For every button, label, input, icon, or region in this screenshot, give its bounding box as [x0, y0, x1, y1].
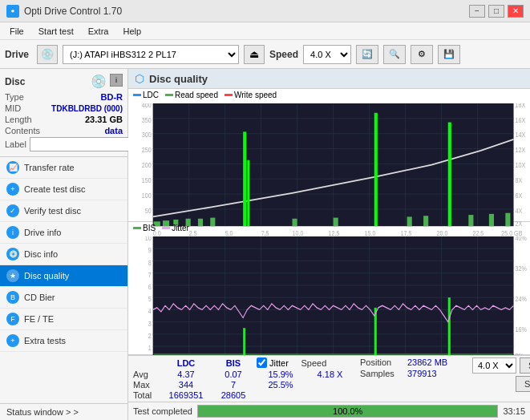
nav-label-drive-info: Drive info	[24, 228, 61, 237]
titlebar: ● Opti Drive Control 1.70 − □ ✕	[0, 0, 530, 22]
sidebar-item-verify-test-disc[interactable]: ✓ Verify test disc	[0, 200, 127, 222]
svg-text:10X: 10X	[516, 162, 526, 170]
max-bis: 7	[213, 380, 253, 390]
contents-label: Contents	[5, 126, 40, 135]
menu-help[interactable]: Help	[116, 25, 148, 38]
svg-text:9: 9	[148, 247, 152, 255]
svg-text:14X: 14X	[516, 131, 526, 139]
svg-text:16%: 16%	[516, 326, 527, 334]
svg-text:400: 400	[142, 103, 152, 109]
minimize-button[interactable]: −	[469, 5, 485, 18]
contents-value: data	[104, 126, 123, 135]
svg-text:6X: 6X	[516, 192, 523, 200]
nav-label-disc-quality: Disc quality	[24, 271, 69, 281]
samples-value: 379913	[407, 369, 437, 378]
length-label: Length	[5, 115, 32, 124]
svg-rect-82	[243, 328, 245, 355]
max-ldc: 344	[162, 380, 210, 390]
stats-header-ldc: LDC	[162, 358, 210, 368]
menu-extra[interactable]: Extra	[82, 25, 115, 38]
write-color-dot	[225, 94, 233, 96]
disc-panel: Disc 💿 i Type BD-R MID TDKBLDRBD (000) L…	[0, 69, 127, 157]
right-stats: Position 23862 MB Samples 379913	[360, 357, 464, 378]
sidebar-item-extra-tests[interactable]: + Extra tests	[0, 330, 127, 352]
ldc-chart-svg: 400 350 300 250 200 150 100 50 18X 16X 1…	[128, 103, 530, 236]
svg-text:7: 7	[148, 271, 152, 279]
total-ldc: 1669351	[162, 390, 210, 400]
position-value: 23862 MB	[407, 357, 447, 367]
ldc-legend-label-write: Write speed	[234, 91, 277, 99]
menu-file[interactable]: File	[3, 25, 30, 38]
svg-text:4: 4	[148, 308, 152, 316]
status-text: Test completed	[133, 406, 192, 416]
speed-label: Speed	[269, 49, 298, 60]
sidebar-item-drive-info[interactable]: i Drive info	[0, 222, 127, 244]
extra-tests-icon: +	[6, 334, 19, 347]
svg-text:4X: 4X	[516, 207, 523, 215]
bis-legend-jitter: Jitter	[162, 224, 189, 232]
stats-area: LDC BIS Jitter Speed Avg 4.37 0.07 15.9%…	[128, 355, 530, 402]
refresh-icon[interactable]: 🔄	[356, 45, 378, 64]
label-input[interactable]	[30, 137, 136, 151]
sidebar-item-create-test-disc[interactable]: + Create test disc	[0, 179, 127, 200]
samples-label: Samples	[360, 369, 404, 378]
settings-icon[interactable]: ⚙	[411, 45, 433, 64]
dq-icon: ⬡	[135, 72, 144, 85]
svg-text:18X: 18X	[516, 103, 526, 109]
sidebar: Disc 💿 i Type BD-R MID TDKBLDRBD (000) L…	[0, 69, 128, 420]
bis-legend-bis: BIS	[133, 224, 156, 232]
samples-row: Samples 379913	[360, 369, 464, 378]
maximize-button[interactable]: □	[488, 5, 504, 18]
label-label: Label	[5, 139, 26, 149]
type-value: BD-R	[101, 92, 123, 102]
start-full-button[interactable]: Start full	[520, 357, 530, 374]
svg-text:32%: 32%	[516, 265, 527, 273]
svg-text:200: 200	[142, 162, 152, 170]
close-button[interactable]: ✕	[508, 5, 524, 18]
avg-speed: 4.18 X	[308, 370, 352, 379]
svg-text:2: 2	[148, 332, 152, 340]
sidebar-item-transfer-rate[interactable]: 📈 Transfer rate	[0, 157, 127, 179]
svg-text:8X: 8X	[516, 177, 523, 185]
sidebar-item-fe-te[interactable]: F FE / TE	[0, 309, 127, 330]
sidebar-item-disc-quality[interactable]: ★ Disc quality	[0, 265, 127, 287]
drive-browse-icon[interactable]: 💿	[37, 45, 58, 64]
speed-select-stats[interactable]: 4.0 X	[472, 357, 516, 374]
ldc-legend: LDC Read speed Write speed	[128, 89, 530, 101]
jitter-checkbox[interactable]	[257, 357, 267, 368]
bis-legend-label: BIS	[143, 224, 156, 232]
ldc-legend-write: Write speed	[225, 91, 277, 99]
save-icon[interactable]: 💾	[438, 45, 460, 64]
disc-quality-icon: ★	[6, 269, 19, 282]
nav-label-cd-bier: CD Bier	[24, 293, 55, 302]
app-icon: ●	[6, 5, 19, 18]
avg-label: Avg	[133, 370, 159, 379]
menu-starttest[interactable]: Start test	[32, 25, 80, 38]
nav-label-create-test-disc: Create test disc	[24, 184, 85, 194]
max-label: Max	[133, 380, 159, 390]
svg-text:8: 8	[148, 259, 152, 267]
jitter-checkbox-label: Jitter	[269, 358, 289, 368]
drive-select[interactable]: (J:) ATAPI iHBS312 2 PL17	[63, 45, 239, 64]
speed-select[interactable]: 4.0 X 2.0 X 8.0 X	[303, 45, 351, 64]
start-part-button[interactable]: Start part	[516, 376, 530, 392]
bis-legend-jitter-label: Jitter	[172, 224, 189, 232]
create-test-disc-icon: +	[6, 183, 19, 196]
ldc-color-dot	[133, 94, 141, 96]
bis-legend: BIS Jitter	[128, 222, 530, 234]
stats-header-bis: BIS	[213, 358, 253, 368]
mid-label: MID	[5, 103, 21, 113]
disc-icon: 💿	[91, 74, 107, 89]
progress-percent: 100.0%	[198, 406, 497, 417]
ldc-legend-label-read: Read speed	[175, 91, 218, 99]
sidebar-item-cd-bier[interactable]: B CD Bier	[0, 287, 127, 309]
disc-info-button[interactable]: i	[110, 74, 123, 87]
disc-scan-icon[interactable]: 🔍	[383, 45, 406, 64]
sidebar-item-disc-info[interactable]: 💿 Disc info	[0, 244, 127, 265]
progress-bar: 100.0%	[197, 405, 498, 418]
drive-eject-button[interactable]: ⏏	[244, 45, 265, 64]
ldc-legend-label-ldc: LDC	[143, 91, 159, 99]
status-window-label: Status window > >	[6, 407, 79, 417]
status-window-button[interactable]: Status window > >	[0, 403, 127, 420]
stats-header-speed: Speed	[292, 358, 336, 368]
